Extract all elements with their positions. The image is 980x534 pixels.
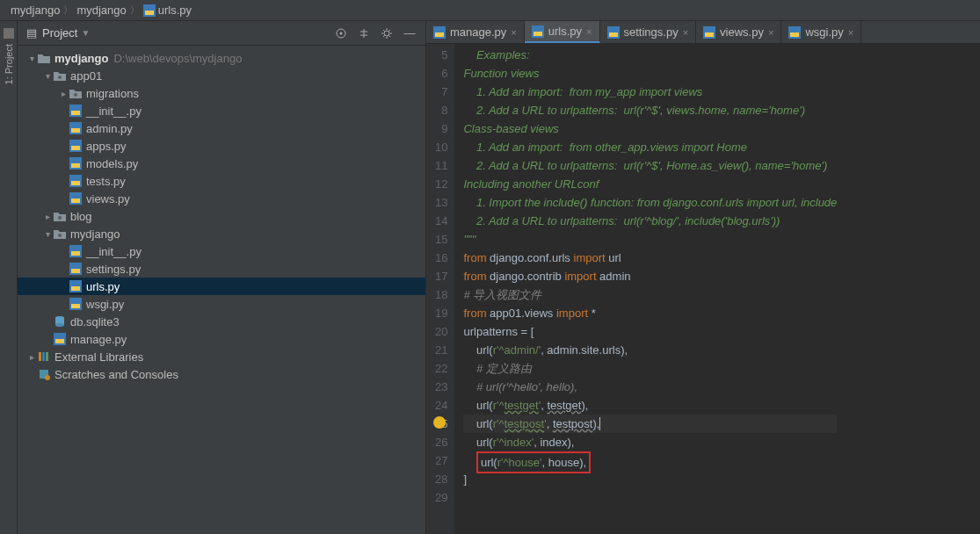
- close-icon[interactable]: ×: [768, 27, 773, 38]
- tab-wsgi-py[interactable]: wsgi.py×: [781, 21, 861, 43]
- code-line[interactable]: ]: [463, 470, 837, 488]
- hide-icon[interactable]: —: [403, 26, 417, 40]
- collapse-icon[interactable]: [357, 26, 371, 40]
- tree-item-manage-py[interactable]: manage.py: [18, 330, 425, 348]
- code-line[interactable]: from django.conf.urls import url: [463, 249, 837, 267]
- tree-item-External-Libraries[interactable]: ▸External Libraries: [18, 348, 425, 365]
- line-number[interactable]: 13: [435, 193, 447, 212]
- tree-item-db-sqlite3[interactable]: db.sqlite3: [18, 313, 425, 330]
- tree-item-__init__-py[interactable]: __init__.py: [18, 242, 425, 260]
- code-line[interactable]: Function views: [463, 64, 837, 83]
- tree-item-wsgi-py[interactable]: wsgi.py: [18, 295, 425, 313]
- gear-icon[interactable]: [380, 26, 394, 40]
- caret-icon[interactable]: ▾: [26, 54, 37, 63]
- project-tree[interactable]: ▾mydjangoD:\web\devops\mydjango▾app01▸mi…: [18, 46, 425, 534]
- line-number[interactable]: 21: [435, 341, 447, 359]
- code-line[interactable]: 1. Add an import: from my_app import vie…: [463, 83, 837, 101]
- code-line[interactable]: """: [463, 230, 837, 249]
- caret-icon[interactable]: ▾: [42, 229, 53, 239]
- code-line[interactable]: Including another URLconf: [463, 175, 837, 193]
- line-number[interactable]: 28: [435, 470, 447, 488]
- line-number[interactable]: 22: [435, 359, 447, 378]
- tree-item-blog[interactable]: ▸blog: [18, 207, 425, 225]
- line-number[interactable]: 7: [435, 83, 447, 101]
- line-number[interactable]: 23: [435, 378, 447, 396]
- caret-icon[interactable]: ▸: [26, 352, 37, 362]
- line-number[interactable]: 15: [435, 230, 447, 249]
- tree-item-mydjango[interactable]: ▾mydjangoD:\web\devops\mydjango: [18, 49, 425, 67]
- breadcrumb-item[interactable]: urls.py: [158, 4, 192, 17]
- line-number[interactable]: 8: [435, 101, 447, 119]
- close-icon[interactable]: ×: [586, 26, 592, 37]
- bulb-icon[interactable]: [433, 416, 446, 429]
- line-number[interactable]: 11: [435, 156, 447, 175]
- code-line[interactable]: 1. Import the include() function: from d…: [463, 193, 837, 212]
- line-number[interactable]: 20: [435, 322, 447, 341]
- line-number[interactable]: 24: [435, 396, 447, 415]
- line-number[interactable]: 16: [435, 249, 447, 267]
- project-tool-icon[interactable]: [4, 28, 14, 39]
- tree-item-admin-py[interactable]: admin.py: [18, 119, 425, 137]
- code-line[interactable]: url(r'^house', house),: [463, 451, 837, 470]
- tree-item-migrations[interactable]: ▸migrations: [18, 84, 425, 102]
- tab-urls-py[interactable]: urls.py×: [525, 21, 600, 43]
- line-number[interactable]: 9: [435, 119, 447, 138]
- code-line[interactable]: # 导入视图文件: [463, 285, 837, 304]
- code-line[interactable]: 1. Add an import: from other_app.views i…: [463, 138, 837, 156]
- code-line[interactable]: Examples:: [463, 46, 837, 64]
- project-tool-label[interactable]: 1: Project: [4, 44, 14, 84]
- code-line[interactable]: # url(r'^hello', hello),: [463, 378, 837, 396]
- code-line[interactable]: urlpatterns = [: [463, 322, 837, 341]
- line-number[interactable]: 17: [435, 267, 447, 285]
- line-number[interactable]: 5: [435, 46, 447, 64]
- close-icon[interactable]: ×: [511, 27, 516, 38]
- tool-window-stripe[interactable]: 1: Project: [0, 21, 18, 534]
- code-line[interactable]: url(r'^testpost', testpost),: [463, 415, 837, 433]
- gutter[interactable]: 5678910111213141516171819202122232425262…: [426, 44, 454, 534]
- breadcrumb-item[interactable]: mydjango: [76, 4, 126, 17]
- code-line[interactable]: 2. Add a URL to urlpatterns: url(r'^$', …: [463, 156, 837, 175]
- line-number[interactable]: 19: [435, 304, 447, 322]
- line-number[interactable]: 6: [435, 64, 447, 83]
- line-number[interactable]: 12: [435, 175, 447, 193]
- caret-icon[interactable]: ▸: [42, 212, 53, 221]
- breadcrumb-item[interactable]: mydjango: [11, 4, 60, 17]
- sidebar-title[interactable]: Project: [42, 26, 77, 40]
- tab-views-py[interactable]: views.py×: [696, 21, 781, 43]
- tab-settings-py[interactable]: settings.py×: [600, 21, 697, 43]
- code-line[interactable]: 2. Add a URL to urlpatterns: url(r'^blog…: [463, 212, 837, 230]
- tab-manage-py[interactable]: manage.py×: [426, 21, 525, 43]
- code-area[interactable]: Examples:Function views 1. Add an import…: [454, 44, 837, 534]
- code-line[interactable]: from app01.views import *: [463, 304, 837, 322]
- line-number[interactable]: 25: [435, 415, 447, 433]
- tree-item-tests-py[interactable]: tests.py: [18, 172, 425, 190]
- line-number[interactable]: 10: [435, 138, 447, 156]
- tree-item-Scratches-and-Consoles[interactable]: Scratches and Consoles: [18, 365, 425, 383]
- target-icon[interactable]: [334, 26, 348, 40]
- tree-item-settings-py[interactable]: settings.py: [18, 260, 425, 278]
- tree-item-views-py[interactable]: views.py: [18, 190, 425, 207]
- code-line[interactable]: url(r'^index', index),: [463, 433, 837, 451]
- code-line[interactable]: from django.contrib import admin: [463, 267, 837, 285]
- code-line[interactable]: [463, 488, 837, 507]
- line-number[interactable]: 18: [435, 285, 447, 304]
- tree-item-apps-py[interactable]: apps.py: [18, 137, 425, 155]
- code-line[interactable]: url(r'^admin/', admin.site.urls),: [463, 341, 837, 359]
- close-icon[interactable]: ×: [683, 27, 688, 38]
- code-line[interactable]: 2. Add a URL to urlpatterns: url(r'^$', …: [463, 101, 837, 119]
- line-number[interactable]: 26: [435, 433, 447, 451]
- caret-icon[interactable]: ▾: [42, 71, 53, 81]
- tree-item-mydjango[interactable]: ▾mydjango: [18, 225, 425, 242]
- code-line[interactable]: # 定义路由: [463, 359, 837, 378]
- caret-icon[interactable]: ▸: [58, 89, 69, 98]
- tree-item-__init__-py[interactable]: __init__.py: [18, 102, 425, 119]
- dropdown-icon[interactable]: ▼: [81, 28, 90, 38]
- tree-item-urls-py[interactable]: urls.py: [18, 278, 425, 295]
- tree-item-app01[interactable]: ▾app01: [18, 67, 425, 84]
- line-number[interactable]: 29: [435, 488, 447, 507]
- code-line[interactable]: url(r'^testget', testget),: [463, 396, 837, 415]
- line-number[interactable]: 14: [435, 212, 447, 230]
- line-number[interactable]: 27: [435, 451, 447, 470]
- tree-item-models-py[interactable]: models.py: [18, 155, 425, 172]
- close-icon[interactable]: ×: [848, 27, 853, 38]
